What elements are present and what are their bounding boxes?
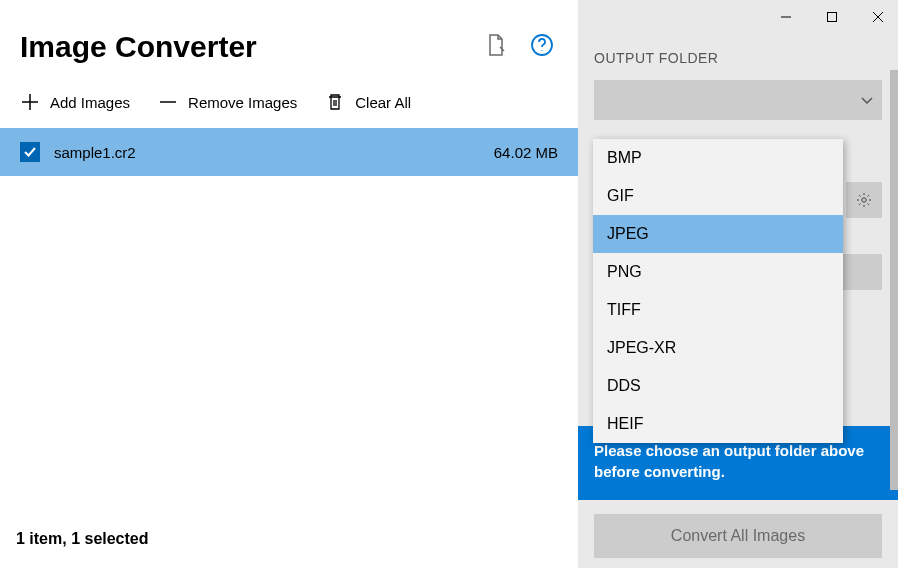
status-bar: 1 item, 1 selected bbox=[0, 514, 578, 568]
gear-icon bbox=[856, 192, 872, 208]
output-folder-select[interactable] bbox=[594, 80, 882, 120]
format-option-tiff[interactable]: TIFF bbox=[593, 291, 843, 329]
file-size: 64.02 MB bbox=[468, 144, 558, 161]
format-dropdown: BMP GIF JPEG PNG TIFF JPEG-XR DDS HEIF bbox=[593, 139, 843, 443]
remove-images-button[interactable]: Remove Images bbox=[158, 92, 297, 112]
add-images-button[interactable]: Add Images bbox=[20, 92, 130, 112]
format-option-bmp[interactable]: BMP bbox=[593, 139, 843, 177]
svg-point-3 bbox=[862, 198, 866, 202]
file-row[interactable]: sample1.cr2 64.02 MB bbox=[0, 128, 578, 176]
output-folder-label: OUTPUT FOLDER bbox=[594, 50, 882, 66]
maximize-button[interactable] bbox=[826, 10, 838, 26]
file-checkbox[interactable] bbox=[20, 142, 40, 162]
page-icon[interactable] bbox=[484, 33, 508, 61]
svg-point-1 bbox=[541, 50, 542, 51]
format-option-heif[interactable]: HEIF bbox=[593, 405, 843, 443]
add-images-label: Add Images bbox=[50, 94, 130, 111]
convert-button[interactable]: Convert All Images bbox=[594, 514, 882, 558]
clear-all-button[interactable]: Clear All bbox=[325, 92, 411, 112]
help-icon[interactable] bbox=[530, 33, 554, 61]
close-button[interactable] bbox=[872, 10, 884, 26]
remove-images-label: Remove Images bbox=[188, 94, 297, 111]
format-option-gif[interactable]: GIF bbox=[593, 177, 843, 215]
format-option-jpegxr[interactable]: JPEG-XR bbox=[593, 329, 843, 367]
app-title: Image Converter bbox=[20, 30, 484, 64]
file-name: sample1.cr2 bbox=[54, 144, 454, 161]
clear-all-label: Clear All bbox=[355, 94, 411, 111]
scrollbar[interactable] bbox=[890, 70, 898, 490]
left-panel: Image Converter bbox=[0, 0, 578, 568]
format-option-png[interactable]: PNG bbox=[593, 253, 843, 291]
format-option-dds[interactable]: DDS bbox=[593, 367, 843, 405]
svg-rect-2 bbox=[828, 13, 837, 22]
file-list: sample1.cr2 64.02 MB bbox=[0, 128, 578, 514]
right-panel: OUTPUT FOLDER BMP GIF JPEG bbox=[578, 0, 898, 568]
chevron-down-icon bbox=[860, 93, 874, 107]
minimize-button[interactable] bbox=[780, 10, 792, 26]
format-settings-button[interactable] bbox=[846, 182, 882, 218]
format-option-jpeg[interactable]: JPEG bbox=[593, 215, 843, 253]
toolbar: Add Images Remove Images Clear All bbox=[0, 84, 578, 128]
